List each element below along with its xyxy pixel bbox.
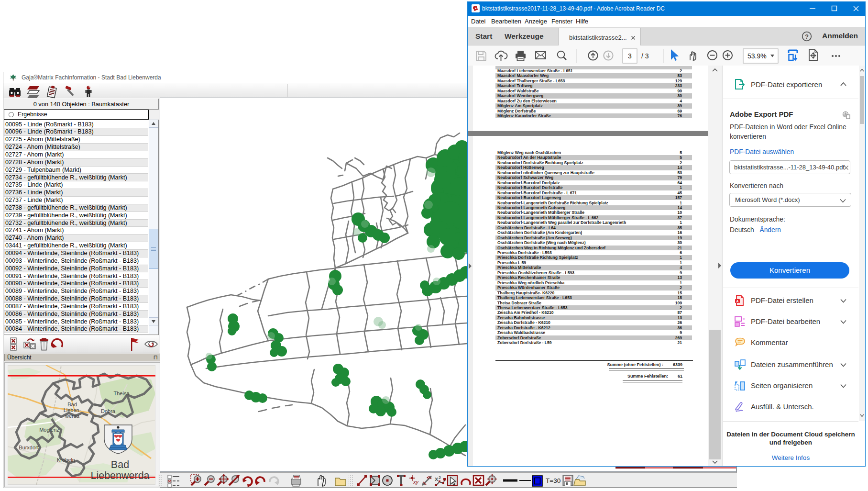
svg-text:xy: xy bbox=[413, 479, 419, 485]
svg-text:Kröbeln: Kröbeln bbox=[57, 457, 75, 463]
svg-text:werda: werda bbox=[65, 413, 80, 419]
svg-text:Möglenz: Möglenz bbox=[39, 427, 59, 433]
svg-text:Bad: Bad bbox=[67, 402, 77, 407]
svg-text:Bad: Bad bbox=[111, 459, 129, 470]
svg-text:Lieben-: Lieben- bbox=[64, 407, 81, 413]
svg-text:Liebenwerda: Liebenwerda bbox=[90, 470, 149, 481]
svg-text:Theisa: Theisa bbox=[113, 391, 130, 396]
svg-text:Dobra: Dobra bbox=[101, 408, 116, 414]
svg-text:x: x bbox=[435, 475, 439, 482]
svg-text:2: 2 bbox=[439, 475, 441, 480]
svg-text:Burxdorf: Burxdorf bbox=[19, 445, 39, 450]
svg-text:T=30: T=30 bbox=[546, 477, 560, 484]
